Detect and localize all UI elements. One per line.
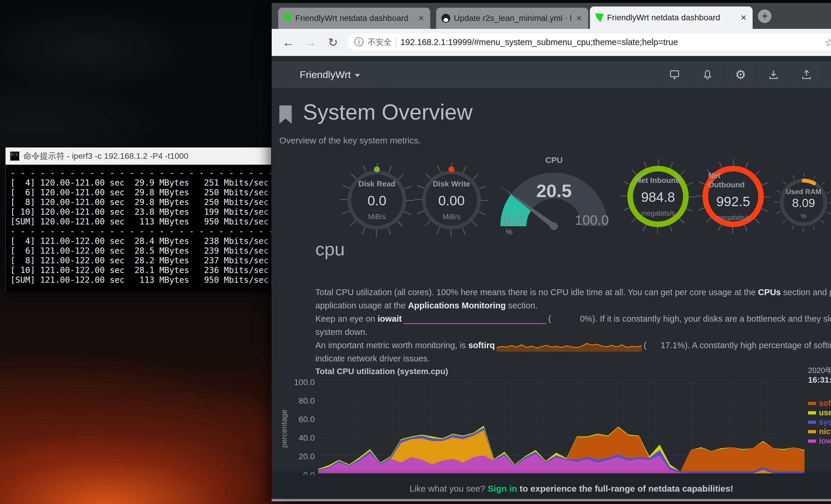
legend-item[interactable]: user bbox=[808, 409, 831, 417]
terminal-line: [ 8] 121.00-122.00 sec 28.2 MBytes 237 M… bbox=[10, 256, 266, 265]
legend-label: nice bbox=[819, 427, 831, 436]
legend-item[interactable]: nice bbox=[808, 427, 831, 436]
gauge-value: 984.8 bbox=[641, 189, 675, 205]
page-subtitle: Overview of the key system metrics. bbox=[279, 136, 421, 146]
main-chart[interactable] bbox=[318, 380, 804, 475]
terminal-title: 命令提示符 - iperf3 -c 192.168.1.2 -P4 -t1000 bbox=[23, 150, 188, 162]
legend-swatch bbox=[808, 430, 816, 433]
y-tick: 80.0 bbox=[285, 396, 315, 406]
new-tab-button[interactable]: + bbox=[758, 9, 772, 23]
terminal-line: [ 8] 120.00-121.00 sec 29.8 MBytes 250 M… bbox=[10, 197, 266, 207]
url-bar[interactable]: ⓘ 不安全 192.168.2.1:19999/#menu_system_sub… bbox=[347, 34, 831, 51]
terminal-line: - - - - - - - - - - - - - - - - - - - - … bbox=[10, 168, 266, 178]
terminal-line: [ 10] 120.00-121.00 sec 23.8 MBytes 199 … bbox=[10, 207, 266, 217]
netdata-favicon-icon bbox=[284, 14, 292, 23]
terminal-titlebar[interactable]: C:\ 命令提示符 - iperf3 -c 192.168.1.2 -P4 -t… bbox=[6, 148, 271, 165]
cpu-gauge-title: CPU bbox=[498, 155, 610, 165]
caret-down-icon bbox=[355, 74, 360, 77]
terminal-line: [ 6] 121.00-122.00 sec 28.5 MBytes 239 M… bbox=[10, 246, 266, 256]
export-button[interactable] bbox=[790, 61, 823, 88]
terminal-line: [ 4] 120.00-121.00 sec 29.9 MBytes 251 M… bbox=[10, 178, 266, 188]
link-applications-monitoring[interactable]: Applications Monitoring bbox=[408, 301, 506, 310]
terminal-lines: - - - - - - - - - - - - - - - - - - - - … bbox=[10, 168, 266, 285]
tab-label: FriendlyWrt netdata dashboard bbox=[607, 13, 736, 22]
tab-close-icon[interactable]: ✕ bbox=[739, 13, 748, 22]
gauge-cpu[interactable]: CPU 20.5 0.0 % 100.0 bbox=[498, 153, 610, 239]
section-heading-cpu: cpu bbox=[315, 239, 345, 260]
gauge-label: Used RAM bbox=[774, 188, 831, 196]
cpu-gauge-unit: % bbox=[506, 228, 512, 237]
browser-tab-2[interactable]: Update r2s_lean_minimal.yml · k ✕ bbox=[436, 8, 588, 29]
browser-window: FriendlyWrt netdata dashboard ✕ Update r… bbox=[272, 3, 831, 501]
nodes-view-button[interactable] bbox=[658, 61, 691, 88]
tab-close-icon[interactable]: ✕ bbox=[417, 14, 426, 23]
softirq-label: softirq bbox=[468, 340, 495, 350]
gauge-disk-write[interactable]: Disk Write 0.00 MiB/s bbox=[414, 163, 489, 237]
gauge-label: Net Inbound bbox=[636, 176, 681, 185]
legend-item[interactable]: softirq bbox=[808, 399, 831, 407]
legend-label: softirq bbox=[819, 399, 831, 408]
tab-close-icon[interactable]: ✕ bbox=[575, 14, 583, 23]
gauge-value: 8.09 bbox=[774, 197, 831, 210]
settings-button[interactable]: ⚙ bbox=[724, 61, 757, 88]
legend-item[interactable]: iowait bbox=[808, 437, 831, 445]
reload-button[interactable]: ↻ bbox=[325, 34, 341, 51]
info-icon[interactable]: ⓘ bbox=[354, 36, 364, 49]
metric-value: 17.1% bbox=[647, 340, 685, 350]
browser-toolbar: ← → ↻ ⓘ 不安全 192.168.2.1:19999/#menu_syst… bbox=[272, 29, 831, 56]
softirq-sparkline bbox=[496, 339, 642, 352]
legend-swatch bbox=[808, 402, 816, 405]
brand-dropdown[interactable]: FriendlyWrt bbox=[300, 61, 360, 88]
chart-title: Total CPU utilization (system.cpu) bbox=[315, 367, 448, 376]
y-tick: 20.0 bbox=[285, 452, 315, 461]
signin-text: to experience the full-range of netdata … bbox=[517, 484, 734, 494]
text-segment: system down. bbox=[315, 327, 368, 337]
netdata-navbar: FriendlyWrt ⚙ bbox=[272, 61, 831, 88]
url-text[interactable]: 192.168.2.1:19999/#menu_system_submenu_c… bbox=[400, 37, 831, 47]
gauge-net-inbound[interactable]: Net Inbound 984.8 megabits/s bbox=[621, 159, 695, 234]
gauge-used-ram[interactable]: Used RAM 8.09 % bbox=[774, 173, 831, 232]
gear-icon: ⚙ bbox=[735, 67, 746, 82]
alarms-button[interactable] bbox=[691, 61, 724, 88]
back-button[interactable]: ← bbox=[280, 34, 296, 51]
gauge-disk-read[interactable]: Disk Read 0.0 MiB/s bbox=[340, 163, 414, 237]
text-segment: ). A constantly high percentage of softi… bbox=[685, 340, 831, 350]
gauge-unit: MiB/s bbox=[368, 213, 386, 221]
text-line: Total CPU utilization (all cores). 100% … bbox=[315, 286, 831, 299]
gauge-value: 0.0 bbox=[368, 192, 386, 209]
gauge-unit: megabits/s bbox=[641, 209, 675, 217]
link-cpus[interactable]: CPUs bbox=[758, 288, 781, 297]
github-favicon-icon bbox=[441, 14, 450, 23]
iowait-sparkline bbox=[403, 313, 546, 325]
legend-item[interactable]: system bbox=[808, 418, 831, 426]
text-segment: Keep an eye on bbox=[315, 314, 377, 324]
brand-label: FriendlyWrt bbox=[300, 69, 351, 81]
browser-tab-1[interactable]: FriendlyWrt netdata dashboard ✕ bbox=[278, 8, 430, 29]
signin-bar: Like what you see? Sign in to experience… bbox=[272, 475, 831, 499]
legend-swatch bbox=[808, 440, 816, 443]
cmd-icon: C:\ bbox=[10, 151, 20, 161]
gauge-label: Net Outbound bbox=[708, 171, 758, 189]
bookmark-star-icon[interactable]: ☆ bbox=[825, 36, 831, 49]
signin-link[interactable]: Sign in bbox=[488, 484, 517, 494]
forward-button[interactable]: → bbox=[302, 34, 319, 51]
gauge-net-outbound[interactable]: Net Outbound 992.5 megabits/s bbox=[696, 159, 771, 234]
text-segment: section. bbox=[506, 301, 538, 310]
upload-icon bbox=[801, 69, 812, 80]
import-button[interactable] bbox=[757, 61, 790, 88]
gauge-unit: MiB/s bbox=[442, 213, 460, 221]
gauge-unit: % bbox=[774, 212, 831, 220]
gauge-unit: megabits/s bbox=[716, 213, 750, 222]
text-segment: section and per bbox=[781, 288, 831, 297]
text-segment: An important metric worth monitoring, is bbox=[315, 340, 468, 350]
terminal-line: [ 6] 120.00-121.00 sec 29.8 MBytes 250 M… bbox=[10, 188, 266, 197]
browser-tab-3-active[interactable]: FriendlyWrt netdata dashboard ✕ bbox=[590, 6, 753, 29]
gauge-value: 992.5 bbox=[716, 194, 750, 209]
desktop: { "terminal": { "title": "命令提示符 - iperf3… bbox=[0, 0, 831, 504]
netdata-favicon-icon bbox=[595, 13, 603, 22]
bookmark-icon bbox=[279, 106, 292, 124]
text-line: system down. bbox=[315, 326, 831, 339]
text-segment: ( bbox=[548, 314, 551, 324]
legend-label: iowait bbox=[819, 437, 831, 446]
cpu-gauge-max: 100.0 bbox=[575, 212, 609, 228]
